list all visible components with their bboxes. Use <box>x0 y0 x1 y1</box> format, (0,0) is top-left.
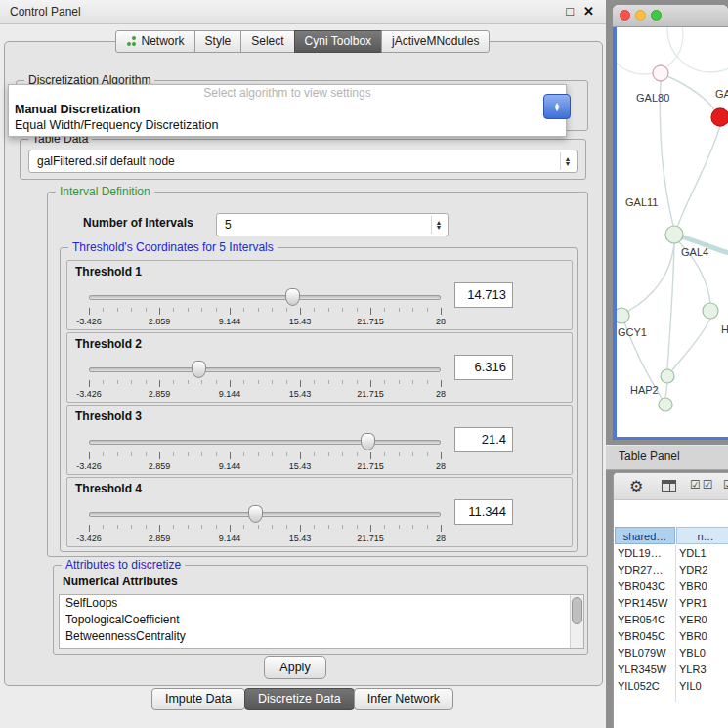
cell: YBR043C <box>618 578 674 595</box>
list-item[interactable]: TopologicalCoefficient <box>60 612 583 628</box>
threshold-4-slider[interactable] <box>89 505 441 523</box>
threshold-4-value-input[interactable]: 11.344 <box>454 499 513 525</box>
tab-jactivemodules[interactable]: jActiveMNodules <box>381 30 490 53</box>
list-item[interactable]: SelfLoops <box>60 595 583 612</box>
scale-label: -3.426 <box>76 461 102 471</box>
tab-select[interactable]: Select <box>240 30 294 53</box>
cell: YIL0 <box>679 678 728 695</box>
network-canvas[interactable]: GAL80 GA GAL11 GAL4 GCY1 H HAP2 <box>617 27 728 437</box>
threshold-2-slider[interactable] <box>89 361 441 378</box>
right-region: GAL80 GA GAL11 GAL4 GCY1 H HAP2 Table Pa… <box>606 0 728 728</box>
apply-button[interactable]: Apply <box>264 656 326 679</box>
scale-label: 9.144 <box>219 534 241 543</box>
slider-thumb[interactable] <box>192 361 206 378</box>
tab-impute-data[interactable]: Impute Data <box>151 688 245 710</box>
table-row[interactable]: YDL19…YDL1 <box>615 545 728 562</box>
slider-thumb[interactable] <box>248 505 263 523</box>
tab-discretize-data[interactable]: Discretize Data <box>244 688 355 710</box>
table-row[interactable]: YER054CYER0 <box>615 612 728 628</box>
table-row[interactable]: YLR345WYLR3 <box>615 662 728 678</box>
slider-ticks <box>89 380 442 387</box>
tab-network-label: Network <box>142 34 185 48</box>
cell: YER054C <box>618 612 674 628</box>
list-item[interactable]: BetweennessCentrality <box>60 628 583 645</box>
slider-thumb[interactable] <box>361 433 375 450</box>
scale-label: 28 <box>436 461 446 471</box>
table-row[interactable]: YBL079WYBL0 <box>615 645 728 662</box>
number-of-intervals-select[interactable]: 5 ▲▼ <box>216 213 449 236</box>
scale-label: 15.43 <box>289 317 312 326</box>
threshold-1-slider[interactable] <box>89 288 441 306</box>
table-panel-titlebar: Table Panel <box>606 445 728 470</box>
select-columns-icons[interactable]: ☑☑ <box>690 478 715 492</box>
threshold-2-value-input[interactable]: 6.316 <box>454 355 513 380</box>
close-icon[interactable]: ✕ <box>583 4 594 19</box>
table-row[interactable]: YPR145WYPR1 <box>615 595 728 612</box>
cell: YDL1 <box>679 545 728 562</box>
scale-label: 28 <box>436 534 446 543</box>
scale-label: 9.144 <box>219 389 241 399</box>
scale-label: -3.426 <box>76 317 102 326</box>
tab-style[interactable]: Style <box>194 30 242 53</box>
network-node[interactable] <box>703 303 718 319</box>
slider-track[interactable] <box>89 440 441 445</box>
network-canvas-frame: GAL80 GA GAL11 GAL4 GCY1 H HAP2 <box>613 27 728 440</box>
network-node[interactable] <box>659 398 672 411</box>
table-row[interactable]: YIL052CYIL0 <box>615 678 728 695</box>
table-row[interactable]: YBR043CYBR0 <box>615 578 728 595</box>
scale-label: 21.715 <box>357 389 384 399</box>
scale-label: 21.715 <box>357 461 384 471</box>
float-window-icon[interactable]: □ <box>566 4 574 19</box>
tab-cyni-toolbox[interactable]: Cyni Toolbox <box>294 30 382 53</box>
scrollbar-thumb[interactable] <box>572 597 582 624</box>
scale-label: 9.144 <box>219 461 241 471</box>
threshold-3-value-input[interactable]: 21.4 <box>454 427 513 452</box>
numerical-attributes-label: Numerical Attributes <box>63 575 178 588</box>
network-node[interactable] <box>653 65 668 81</box>
slider-track[interactable] <box>89 512 441 517</box>
close-button[interactable] <box>620 10 630 21</box>
slider-thumb[interactable] <box>285 288 300 306</box>
slider-scale: -3.426 2.859 9.144 15.43 21.715 28 <box>89 389 442 399</box>
gear-icon[interactable]: ⚙ <box>629 477 643 495</box>
dropdown-item-manual-discretization[interactable]: Manual Discretization <box>9 102 566 117</box>
table-data-value: galFiltered.sif default node <box>37 150 175 172</box>
threshold-4-panel: Threshold 4 11.344 -3.426 2.859 9.144 15… <box>66 477 573 547</box>
network-node[interactable] <box>617 308 629 323</box>
slider-scale: -3.426 2.859 9.144 15.43 21.715 28 <box>89 534 442 543</box>
slider-track[interactable] <box>89 367 441 372</box>
slider-scale: -3.426 2.859 9.144 15.43 21.715 28 <box>89 317 442 326</box>
tab-network[interactable]: Network <box>115 30 195 53</box>
tab-infer-network[interactable]: Infer Network <box>354 688 453 710</box>
columns-icon[interactable] <box>662 480 676 492</box>
network-node-selected[interactable] <box>711 108 728 126</box>
column-header-name[interactable]: n… <box>676 527 728 544</box>
minimize-button[interactable] <box>635 10 646 21</box>
slider-track[interactable] <box>89 295 441 300</box>
table-row[interactable]: YBR045CYBR0 <box>615 628 728 645</box>
number-of-intervals-label: Number of Intervals <box>83 216 193 230</box>
cell: YPR1 <box>679 595 728 612</box>
table-data-select[interactable]: galFiltered.sif default node ▲▼ <box>28 150 578 173</box>
algorithm-dropdown-popup: Select algorithm to view settings Manual… <box>8 84 567 137</box>
network-node[interactable] <box>665 226 683 243</box>
list-scrollbar[interactable] <box>570 595 583 648</box>
network-node[interactable] <box>661 369 674 383</box>
scale-label: 2.859 <box>149 389 171 399</box>
zoom-button[interactable] <box>651 10 662 21</box>
cell: YPR145W <box>618 595 674 612</box>
threshold-2-label: Threshold 2 <box>75 337 142 351</box>
threshold-1-value-input[interactable]: 14.713 <box>454 282 513 308</box>
select-all-icon[interactable]: ☑ <box>723 478 728 492</box>
dropdown-item-equal-width[interactable]: Equal Width/Frequency Discretization <box>9 117 566 133</box>
scale-label: 15.43 <box>289 461 312 471</box>
algorithm-combo-button[interactable]: ▲▼ <box>543 94 571 119</box>
table-header-row: shared… n… <box>614 527 728 544</box>
threshold-3-panel: Threshold 3 21.4 -3.426 2.859 9.144 15.4… <box>66 405 573 475</box>
dropdown-placeholder-item: Select algorithm to view settings <box>9 85 566 102</box>
column-header-shared-name[interactable]: shared… <box>615 527 675 544</box>
threshold-3-slider[interactable] <box>89 433 441 450</box>
cell: YER0 <box>679 612 728 628</box>
cell: YLR345W <box>618 662 674 678</box>
table-row[interactable]: YDR27…YDR2 <box>615 562 728 578</box>
